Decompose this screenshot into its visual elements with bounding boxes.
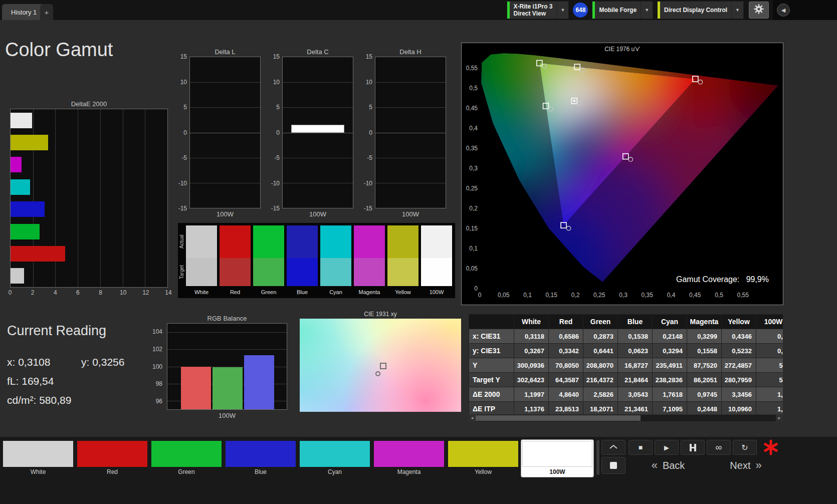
- axis-tick-label: 0,4: [667, 292, 676, 299]
- pattern-swatch-white[interactable]: White: [2, 440, 74, 477]
- table-cell: 1,7618: [653, 387, 687, 402]
- table-cell: 1,1: [756, 402, 783, 415]
- swatch-color: [3, 441, 73, 467]
- axis-tick-label: 0,2: [571, 292, 580, 299]
- compare-column-red: Red: [220, 225, 251, 295]
- compare-column-green: Green: [253, 225, 284, 295]
- axis-tick-label: 0,45: [463, 105, 478, 112]
- stop-button[interactable]: ■: [629, 440, 653, 455]
- settings-gear-button[interactable]: [749, 2, 769, 19]
- plus-icon: +: [45, 8, 49, 17]
- axis-label: 100W: [375, 210, 446, 218]
- table-cell: 4,8640: [549, 387, 583, 402]
- axis-tick-label: 0,15: [463, 225, 478, 232]
- pattern-swatch-blue[interactable]: Blue: [225, 440, 297, 477]
- scroll-right-icon[interactable]: ►: [776, 415, 783, 421]
- axis-tick-label: 15: [366, 53, 372, 60]
- tab-history-label: History 1: [11, 9, 37, 16]
- compare-column-white: White: [186, 225, 217, 295]
- pattern-swatch-cyan[interactable]: Cyan: [299, 440, 371, 477]
- axis-tick-label: 0,55: [463, 65, 478, 72]
- scrollbar-thumb[interactable]: [476, 415, 641, 421]
- swatch-label: 100W: [421, 289, 452, 295]
- table-header-cell: Magenta: [687, 315, 722, 329]
- topbar-right: X-Rite i1Pro 3 Direct View ▼ 648 Mobile …: [503, 0, 837, 20]
- axis-tick-label: 0,25: [463, 185, 478, 192]
- swatch-color: [374, 441, 444, 467]
- table-cell: 64,3587: [549, 373, 583, 387]
- table-scrollbar[interactable]: ◄ ►: [469, 415, 783, 421]
- pattern-swatch-100w[interactable]: 100W: [521, 440, 593, 477]
- table-cell: 18,2071: [583, 402, 618, 415]
- play-icon: ▶: [664, 444, 669, 451]
- source-selector[interactable]: Mobile Forge ▼: [592, 1, 653, 19]
- table-cell: 0,1538: [618, 329, 653, 344]
- next-button[interactable]: Next »: [709, 457, 783, 474]
- tab-history-1[interactable]: History 1: [2, 4, 46, 20]
- play-button[interactable]: ▶: [655, 440, 679, 455]
- actual-swatch: [387, 225, 418, 258]
- deltae-bar-blue: [11, 201, 45, 217]
- measurement-table: WhiteRedGreenBlueCyanMagentaYellow100Wx:…: [469, 314, 783, 414]
- table-row: x: CIE310,31180,65860,28730,15380,21480,…: [469, 329, 783, 344]
- axis-tick-label: 8: [99, 289, 102, 296]
- table-cell: 300,0936: [514, 358, 549, 373]
- table-cell: 0,3267: [514, 344, 549, 358]
- gridline: [375, 82, 446, 83]
- axis-tick-label: 15: [180, 53, 187, 60]
- deltae-bar-row: [11, 198, 167, 220]
- table-cell: 0,6586: [549, 329, 583, 344]
- axis-tick-label: -10: [271, 180, 280, 187]
- deltae-bar-green: [11, 224, 40, 239]
- axis-tick-label: 10: [180, 79, 187, 86]
- calibrate-asterisk-button[interactable]: [761, 439, 781, 458]
- axis-tick-label: -15: [178, 205, 187, 212]
- actual-swatch: [287, 225, 318, 258]
- table-cell: 21,8464: [618, 373, 653, 387]
- topbar: History 1 + X-Rite i1Pro 3 Direct View ▼…: [0, 0, 837, 20]
- axis-tick-label: 5: [369, 104, 372, 111]
- back-button[interactable]: « Back: [629, 457, 708, 474]
- gamut-coverage-value: 99,9%: [746, 275, 769, 284]
- pattern-window-button[interactable]: [601, 457, 625, 474]
- axis-tick-label: 0,25: [593, 292, 605, 299]
- meter-selector[interactable]: X-Rite i1Pro 3 Direct View ▼: [507, 1, 569, 19]
- new-tab-button[interactable]: +: [40, 4, 53, 20]
- deltae-bar-cyan: [11, 179, 30, 195]
- compare-swatch-panel: Actual Target WhiteRedGreenBlueCyanMagen…: [178, 223, 455, 298]
- rgb-balance-chart: [167, 323, 287, 410]
- meter-line1: X-Rite i1Pro 3: [514, 3, 553, 10]
- delta-chart-delta-c: Delta C151050-5-10-15100W: [265, 48, 353, 218]
- pattern-swatch-yellow[interactable]: Yellow: [447, 440, 519, 477]
- table-cell: 238,2836: [653, 373, 687, 387]
- scrollbar-track[interactable]: [476, 415, 776, 421]
- swatch-color: [151, 441, 222, 467]
- display-control-selector[interactable]: Direct Display Control ▼: [657, 1, 744, 19]
- deltae-bar-white: [11, 268, 24, 284]
- chevron-down-icon[interactable]: ▼: [731, 2, 743, 19]
- scroll-left-icon[interactable]: ◄: [469, 415, 476, 421]
- chevron-down-icon[interactable]: ▼: [557, 2, 569, 19]
- collapse-panel-button[interactable]: ◀: [777, 4, 790, 17]
- table-cell: 0,6441: [583, 344, 618, 358]
- zero-line: [375, 133, 446, 133]
- swatch-label: Blue: [226, 468, 296, 476]
- axis-tick-label: -15: [364, 205, 372, 212]
- table-cell: 280,7959: [722, 373, 756, 387]
- scroll-up-button[interactable]: [601, 440, 625, 455]
- pattern-swatch-magenta[interactable]: Magenta: [373, 440, 445, 477]
- y-axis: 151050-5-10-15: [265, 57, 282, 208]
- row-label: ΔE 2000: [469, 387, 514, 402]
- gridline: [190, 107, 260, 108]
- target-swatch: [220, 258, 251, 286]
- pause-button[interactable]: [681, 440, 705, 455]
- row-label: Y: [469, 358, 514, 373]
- chevron-down-icon[interactable]: ▼: [641, 2, 653, 19]
- pattern-swatch-red[interactable]: Red: [76, 440, 148, 477]
- refresh-button[interactable]: ↻: [733, 440, 757, 455]
- compare-column-magenta: Magenta: [354, 225, 385, 295]
- continuous-measure-button[interactable]: ∞: [707, 440, 731, 455]
- pattern-swatch-green[interactable]: Green: [150, 440, 223, 477]
- swatch-color: [448, 441, 518, 467]
- swatch-color: [226, 441, 296, 467]
